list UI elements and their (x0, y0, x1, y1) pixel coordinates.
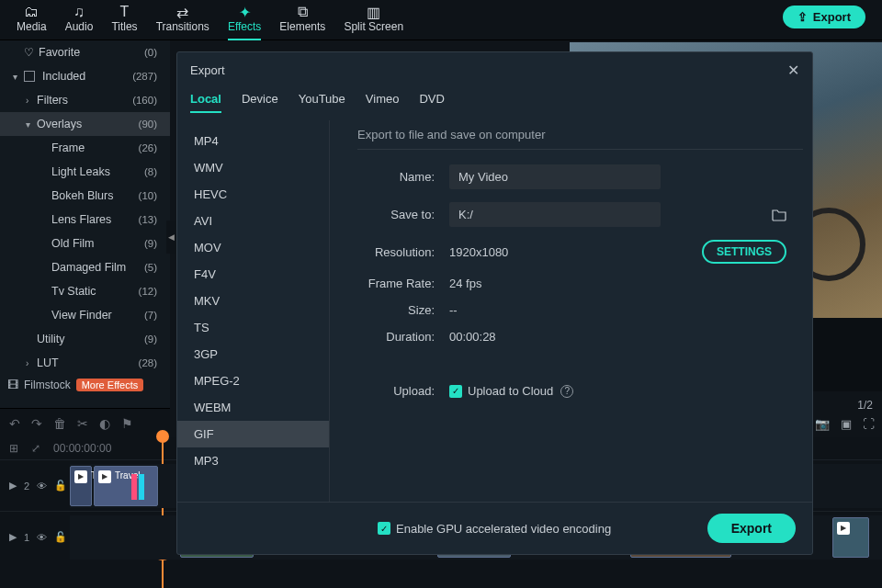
name-input[interactable] (449, 164, 661, 189)
size-value: -- (449, 303, 458, 317)
shapes-icon: ⧉ (298, 4, 308, 20)
tab-vimeo[interactable]: Vimeo (366, 88, 400, 113)
gpu-checkbox-row[interactable]: ✓Enable GPU accelerated video encoding (378, 522, 611, 536)
duration-label: Duration: (357, 330, 449, 344)
transition-icon: ⇄ (176, 4, 188, 20)
nav-audio[interactable]: ♫Audio (56, 0, 103, 37)
add-track-button[interactable]: ⊞ (9, 442, 18, 455)
settings-button[interactable]: SETTINGS (702, 240, 786, 264)
export-button-top[interactable]: ⇪Export (783, 6, 865, 28)
lock-icon[interactable]: 🔓 (54, 531, 67, 543)
sidebar-item-view-finder[interactable]: View Finder(7) (0, 303, 170, 327)
chevron-right-icon: › (26, 96, 37, 106)
nav-split-screen[interactable]: ▥Split Screen (334, 0, 413, 37)
close-button[interactable]: ✕ (787, 62, 799, 79)
music-icon: ♫ (74, 4, 85, 20)
quality-button[interactable]: ▣ (841, 417, 852, 431)
timeline-clip[interactable]: ▶ (832, 517, 869, 558)
format-mp4[interactable]: MP4 (177, 128, 329, 154)
name-label: Name: (357, 170, 449, 184)
upload-icon: ⇪ (797, 10, 808, 24)
gpu-checkbox[interactable]: ✓ (378, 522, 390, 535)
lock-icon[interactable]: 🔓 (54, 480, 67, 492)
sidebar-included[interactable]: ▾Included(287) (0, 64, 170, 88)
framerate-value: 24 fps (449, 277, 481, 290)
timeline-clip[interactable]: ▶Travel (94, 466, 158, 506)
format-avi[interactable]: AVI (177, 208, 329, 234)
tab-youtube[interactable]: YouTube (299, 88, 345, 113)
folder-icon: 🗂 (24, 4, 39, 20)
sidebar-lut[interactable]: ›LUT(28) (0, 351, 170, 375)
tab-device[interactable]: Device (242, 88, 278, 113)
heart-icon: ♡ (24, 46, 39, 59)
undo-button[interactable]: ↶ (9, 416, 20, 431)
grid-icon (24, 71, 35, 82)
sidebar-utility[interactable]: Utility(9) (0, 327, 170, 351)
export-heading: Export to file and save on computer (357, 128, 803, 150)
snapshot-button[interactable]: 📷 (815, 417, 830, 431)
sidebar-item-damaged-film[interactable]: Damaged Film(5) (0, 255, 170, 279)
format-hevc[interactable]: HEVC (177, 181, 329, 208)
browse-folder-button[interactable] (772, 209, 786, 221)
nav-elements[interactable]: ⧉Elements (270, 0, 334, 37)
sidebar-item-bokeh-blurs[interactable]: Bokeh Blurs(10) (0, 184, 170, 208)
format-wmv[interactable]: WMV (177, 154, 329, 181)
crop-button[interactable]: ◐ (99, 416, 110, 431)
sidebar-item-tv-static[interactable]: Tv Static(12) (0, 279, 170, 303)
export-tabs: Local Device YouTube Vimeo DVD (177, 88, 812, 120)
sidebar-item-old-film[interactable]: Old Film(9) (0, 232, 170, 255)
timeline-clip[interactable]: ▶T (70, 466, 92, 506)
playhead[interactable] (162, 437, 164, 588)
nav-effects[interactable]: ✦Effects (219, 0, 270, 37)
upload-checkbox[interactable]: ✓ (449, 385, 462, 398)
sidebar-favorite[interactable]: ♡Favorite(0) (0, 40, 170, 64)
export-dialog: Export ✕ Local Device YouTube Vimeo DVD … (176, 51, 813, 555)
format-webm[interactable]: WEBM (177, 394, 329, 421)
eye-icon[interactable]: 👁 (37, 532, 47, 543)
export-confirm-button[interactable]: Export (707, 514, 796, 543)
format-3gp[interactable]: 3GP (177, 341, 329, 368)
sidebar-item-lens-flares[interactable]: Lens Flares(13) (0, 208, 170, 232)
duration-value: 00:00:28 (449, 330, 496, 344)
format-mov[interactable]: MOV (177, 234, 329, 261)
help-icon[interactable]: ? (560, 385, 573, 398)
nav-transitions[interactable]: ⇄Transitions (147, 0, 219, 37)
sidebar-filmstock[interactable]: 🎞FilmstockMore Effects (0, 375, 170, 395)
zoom-button[interactable]: ⤢ (31, 442, 40, 455)
sidebar-filters[interactable]: ›Filters(160) (0, 88, 170, 112)
format-ts[interactable]: TS (177, 314, 329, 341)
upload-label: Upload: (357, 384, 449, 398)
more-effects-pill[interactable]: More Effects (76, 379, 144, 391)
delete-button[interactable]: 🗑 (53, 416, 66, 431)
dialog-title: Export (190, 63, 787, 77)
sidebar-item-frame[interactable]: Frame(26) (0, 136, 170, 160)
sidebar-overlays[interactable]: ▾Overlays(90) (0, 112, 170, 136)
preview-fraction: 1/2 (857, 399, 873, 412)
marker-button[interactable]: ⚑ (121, 416, 133, 431)
format-list: MP4 WMV HEVC AVI MOV F4V MKV TS 3GP MPEG… (177, 120, 329, 502)
format-mpeg2[interactable]: MPEG-2 (177, 368, 329, 394)
redo-button[interactable]: ↷ (31, 416, 42, 431)
tab-local[interactable]: Local (190, 88, 221, 113)
sidebar-item-light-leaks[interactable]: Light Leaks(8) (0, 160, 170, 184)
folder-icon (772, 209, 786, 221)
nav-titles[interactable]: TTitles (102, 0, 146, 37)
nav-media[interactable]: 🗂Media (7, 0, 56, 37)
resolution-value: 1920x1080 (449, 245, 508, 259)
size-label: Size: (357, 303, 449, 317)
cut-button[interactable]: ✂ (77, 416, 88, 431)
fullscreen-button[interactable]: ⛶ (863, 417, 875, 431)
top-nav: 🗂Media ♫Audio TTitles ⇄Transitions ✦Effe… (0, 0, 882, 40)
saveto-input[interactable] (449, 202, 661, 227)
tab-dvd[interactable]: DVD (419, 88, 444, 113)
timeline-playhead-time: 00:00:00:00 (53, 442, 111, 455)
format-mp3[interactable]: MP3 (177, 447, 329, 474)
upload-to-cloud-label: Upload to Cloud (468, 384, 553, 398)
panel-collapse-handle[interactable]: ◀ (166, 220, 175, 254)
eye-icon[interactable]: 👁 (37, 481, 47, 492)
format-mkv[interactable]: MKV (177, 288, 329, 314)
format-f4v[interactable]: F4V (177, 261, 329, 288)
filmstock-icon: 🎞 (7, 379, 18, 391)
split-icon: ▥ (367, 4, 380, 20)
format-gif[interactable]: GIF (177, 421, 329, 447)
